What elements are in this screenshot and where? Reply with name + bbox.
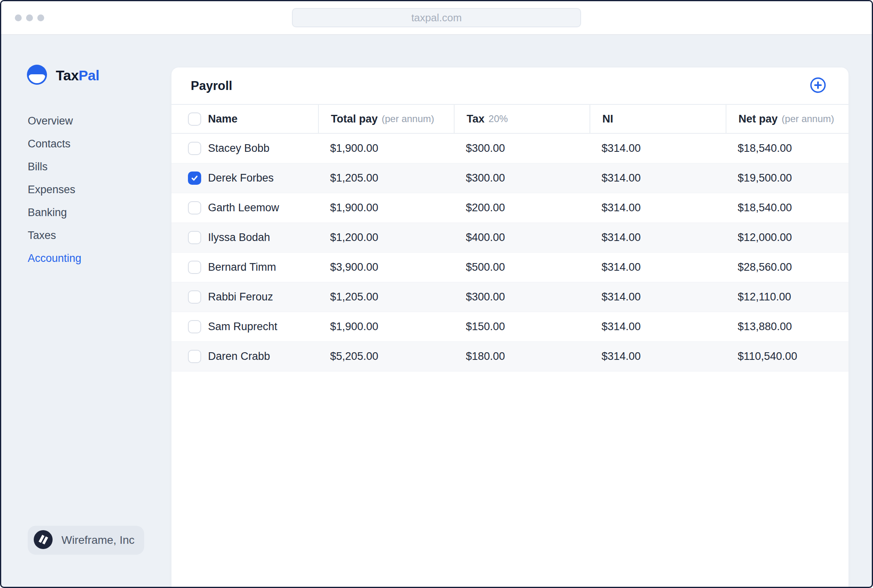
cell-net-pay: $18,540.00 — [738, 202, 792, 214]
cell-name: Daren Crabb — [208, 350, 270, 363]
sidebar-item-contacts[interactable]: Contacts — [28, 133, 82, 155]
cell-total-pay: $1,900.00 — [330, 321, 378, 333]
header-cell-name: Name — [171, 105, 318, 133]
org-badge[interactable]: Wireframe, Inc — [28, 526, 144, 555]
row-checkbox[interactable] — [188, 261, 201, 274]
sidebar-item-banking[interactable]: Banking — [28, 201, 82, 224]
table-row[interactable]: Daren Crabb $5,205.00 $180.00 $314.00 $1… — [171, 342, 849, 372]
cell-net-pay: $12,000.00 — [738, 231, 792, 244]
cell-name: Bernard Timm — [208, 261, 276, 274]
sidebar-item-bills[interactable]: Bills — [28, 155, 82, 178]
cell-name: Rabbi Ferouz — [208, 291, 273, 303]
select-all-checkbox[interactable] — [188, 112, 201, 126]
org-logo-icon — [34, 530, 53, 551]
cell-ni: $314.00 — [602, 231, 641, 244]
url-bar[interactable]: taxpal.com — [292, 8, 581, 27]
cell-name: Stacey Bobb — [208, 142, 269, 155]
cell-tax: $200.00 — [466, 202, 505, 214]
cell-net-pay: $13,880.00 — [738, 321, 792, 333]
payroll-card-header: Payroll — [171, 67, 849, 105]
cell-net-pay: $28,560.00 — [738, 261, 792, 274]
table-header-row: Name Total pay (per annum) Tax 20% NI Ne… — [171, 105, 849, 134]
cell-total-pay: $1,900.00 — [330, 202, 378, 214]
cell-ni: $314.00 — [602, 321, 641, 333]
row-checkbox[interactable] — [188, 142, 201, 155]
brand-logo-icon — [27, 65, 47, 86]
cell-tax: $150.00 — [466, 321, 505, 333]
cell-name: Derek Forbes — [208, 172, 274, 184]
row-checkbox[interactable] — [188, 350, 201, 363]
url-text: taxpal.com — [411, 12, 462, 24]
page: TaxPal OverviewContactsBillsExpensesBank… — [1, 35, 872, 587]
table-body: Stacey Bobb $1,900.00 $300.00 $314.00 $1… — [171, 134, 849, 372]
cell-ni: $314.00 — [602, 261, 641, 274]
cell-tax: $500.00 — [466, 261, 505, 274]
cell-net-pay: $19,500.00 — [738, 172, 792, 184]
cell-ni: $314.00 — [602, 142, 641, 155]
cell-ni: $314.00 — [602, 172, 641, 184]
cell-name: Garth Leemow — [208, 202, 279, 214]
window-control-dot[interactable] — [26, 14, 33, 21]
cell-tax: $400.00 — [466, 231, 505, 244]
header-cell-ni: NI — [589, 105, 726, 133]
org-name: Wireframe, Inc — [61, 534, 135, 547]
header-cell-total-pay: Total pay (per annum) — [318, 105, 454, 133]
header-cell-net-pay: Net pay (per annum) — [726, 105, 849, 133]
table-row[interactable]: Derek Forbes $1,205.00 $300.00 $314.00 $… — [171, 163, 849, 193]
row-checkbox[interactable] — [188, 172, 201, 185]
sidebar-nav: OverviewContactsBillsExpensesBankingTaxe… — [28, 110, 82, 270]
cell-name: Ilyssa Bodah — [208, 231, 270, 244]
cell-total-pay: $1,205.00 — [330, 291, 378, 303]
row-checkbox[interactable] — [188, 201, 201, 214]
brand: TaxPal — [27, 65, 99, 86]
row-checkbox[interactable] — [188, 290, 201, 304]
sidebar: TaxPal OverviewContactsBillsExpensesBank… — [1, 35, 170, 587]
sidebar-item-expenses[interactable]: Expenses — [28, 178, 82, 201]
row-checkbox[interactable] — [188, 320, 201, 333]
browser-chrome: taxpal.com — [1, 1, 872, 35]
table-row[interactable]: Ilyssa Bodah $1,200.00 $400.00 $314.00 $… — [171, 223, 849, 253]
window-control-dot[interactable] — [37, 14, 44, 21]
window-control-dot[interactable] — [15, 14, 22, 21]
cell-total-pay: $5,205.00 — [330, 350, 378, 363]
cell-tax: $300.00 — [466, 172, 505, 184]
row-checkbox[interactable] — [188, 231, 201, 244]
cell-tax: $180.00 — [466, 350, 505, 363]
payroll-card: Payroll Name Tot — [171, 67, 849, 588]
cell-ni: $314.00 — [602, 202, 641, 214]
table-row[interactable]: Bernard Timm $3,900.00 $500.00 $314.00 $… — [171, 253, 849, 282]
sidebar-item-taxes[interactable]: Taxes — [28, 224, 82, 247]
page-title: Payroll — [191, 79, 232, 93]
window-controls — [15, 14, 44, 21]
cell-ni: $314.00 — [602, 350, 641, 363]
cell-total-pay: $1,200.00 — [330, 231, 378, 244]
header-cell-tax: Tax 20% — [454, 105, 589, 133]
plus-circle-icon — [809, 76, 827, 95]
cell-net-pay: $12,110.00 — [738, 291, 791, 303]
brand-name: TaxPal — [56, 67, 99, 84]
cell-total-pay: $1,900.00 — [330, 142, 378, 155]
cell-total-pay: $1,205.00 — [330, 172, 378, 184]
table-row[interactable]: Garth Leemow $1,900.00 $200.00 $314.00 $… — [171, 193, 849, 223]
cell-net-pay: $110,540.00 — [738, 350, 797, 363]
cell-tax: $300.00 — [466, 291, 505, 303]
cell-total-pay: $3,900.00 — [330, 261, 378, 274]
table-row[interactable]: Rabbi Ferouz $1,205.00 $300.00 $314.00 $… — [171, 282, 849, 312]
table-row[interactable]: Stacey Bobb $1,900.00 $300.00 $314.00 $1… — [171, 134, 849, 163]
sidebar-item-overview[interactable]: Overview — [28, 110, 82, 133]
cell-net-pay: $18,540.00 — [738, 142, 792, 155]
cell-name: Sam Ruprecht — [208, 321, 277, 333]
sidebar-item-accounting[interactable]: Accounting — [28, 247, 82, 270]
add-payroll-button[interactable] — [809, 77, 827, 95]
table-row[interactable]: Sam Ruprecht $1,900.00 $150.00 $314.00 $… — [171, 312, 849, 342]
cell-tax: $300.00 — [466, 142, 505, 155]
cell-ni: $314.00 — [602, 291, 641, 303]
app-window: taxpal.com TaxPal OverviewContactsBillsE… — [0, 0, 873, 588]
